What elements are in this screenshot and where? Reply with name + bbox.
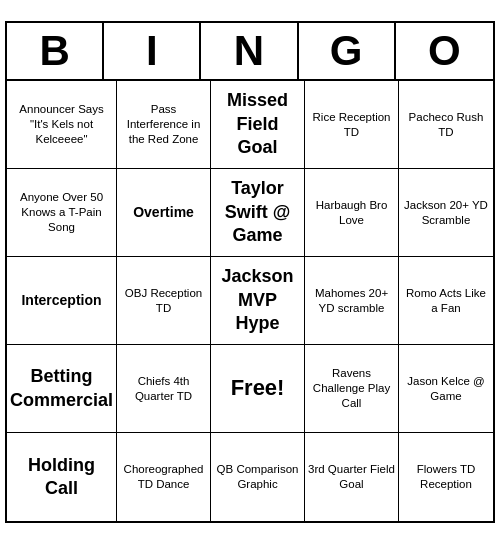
cell-text: Jason Kelce @ Game [402,374,490,404]
bingo-cell-5: Anyone Over 50 Knows a T-Pain Song [7,169,117,257]
header-letter: G [299,23,396,79]
cell-text: Holding Call [10,454,113,501]
cell-text: Betting Commercial [10,365,113,412]
cell-text: Choreographed TD Dance [120,462,207,492]
bingo-cell-10: Interception [7,257,117,345]
bingo-cell-0: Announcer Says "It's Kels not Kelceeee" [7,81,117,169]
cell-text: Anyone Over 50 Knows a T-Pain Song [10,190,113,235]
cell-text: QB Comparison Graphic [214,462,301,492]
bingo-cell-18: Ravens Challenge Play Call [305,345,399,433]
bingo-cell-11: OBJ Reception TD [117,257,211,345]
cell-text: OBJ Reception TD [120,286,207,316]
bingo-cell-19: Jason Kelce @ Game [399,345,493,433]
bingo-grid: Announcer Says "It's Kels not Kelceeee"P… [7,81,493,521]
cell-text: 3rd Quarter Field Goal [308,462,395,492]
cell-text: Mahomes 20+ YD scramble [308,286,395,316]
bingo-cell-2: Missed Field Goal [211,81,305,169]
bingo-cell-24: Flowers TD Reception [399,433,493,521]
cell-text: Harbaugh Bro Love [308,198,395,228]
header-letter: N [201,23,298,79]
cell-text: Rice Reception TD [308,110,395,140]
bingo-cell-13: Mahomes 20+ YD scramble [305,257,399,345]
bingo-cell-9: Jackson 20+ YD Scramble [399,169,493,257]
cell-text: Jackson MVP Hype [214,265,301,335]
cell-text: Jackson 20+ YD Scramble [402,198,490,228]
cell-text: Ravens Challenge Play Call [308,366,395,411]
bingo-cell-17: Free! [211,345,305,433]
cell-text: Interception [21,291,101,309]
cell-text: Missed Field Goal [214,89,301,159]
bingo-cell-22: QB Comparison Graphic [211,433,305,521]
bingo-cell-1: Pass Interference in the Red Zone [117,81,211,169]
cell-text: Chiefs 4th Quarter TD [120,374,207,404]
bingo-cell-15: Betting Commercial [7,345,117,433]
bingo-header: BINGO [7,23,493,81]
cell-text: Announcer Says "It's Kels not Kelceeee" [10,102,113,147]
cell-text: Free! [231,374,285,403]
cell-text: Pass Interference in the Red Zone [120,102,207,147]
bingo-cell-12: Jackson MVP Hype [211,257,305,345]
bingo-cell-23: 3rd Quarter Field Goal [305,433,399,521]
bingo-cell-21: Choreographed TD Dance [117,433,211,521]
header-letter: O [396,23,493,79]
header-letter: B [7,23,104,79]
cell-text: Pacheco Rush TD [402,110,490,140]
cell-text: Overtime [133,203,194,221]
bingo-cell-3: Rice Reception TD [305,81,399,169]
bingo-cell-6: Overtime [117,169,211,257]
bingo-card: BINGO Announcer Says "It's Kels not Kelc… [5,21,495,523]
bingo-cell-20: Holding Call [7,433,117,521]
header-letter: I [104,23,201,79]
cell-text: Taylor Swift @ Game [214,177,301,247]
bingo-cell-4: Pacheco Rush TD [399,81,493,169]
bingo-cell-14: Romo Acts Like a Fan [399,257,493,345]
cell-text: Romo Acts Like a Fan [402,286,490,316]
bingo-cell-8: Harbaugh Bro Love [305,169,399,257]
bingo-cell-16: Chiefs 4th Quarter TD [117,345,211,433]
cell-text: Flowers TD Reception [402,462,490,492]
bingo-cell-7: Taylor Swift @ Game [211,169,305,257]
